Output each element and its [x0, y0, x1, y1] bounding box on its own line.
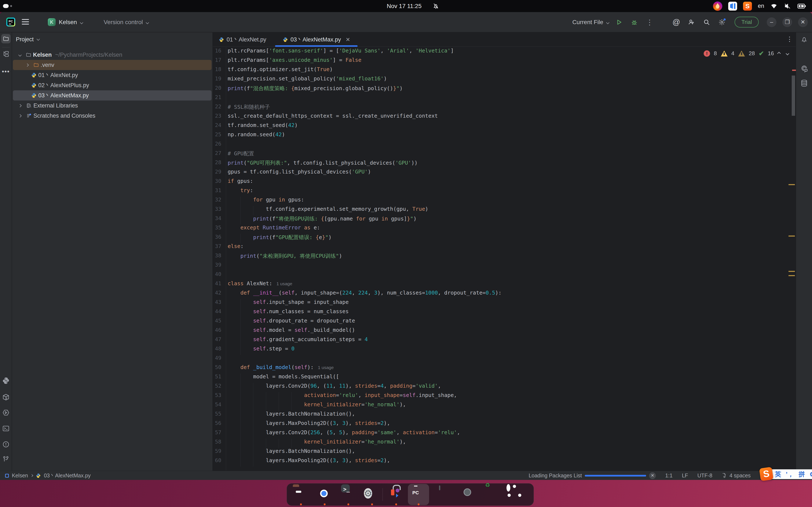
- settings-gear-icon[interactable]: [718, 18, 726, 26]
- editor-options-icon[interactable]: ⋮: [787, 35, 793, 43]
- dock-chrome-icon[interactable]: [316, 486, 333, 502]
- python-console-tool-button[interactable]: [2, 377, 10, 385]
- editor-code-area[interactable]: plt.rcParams['font.sans-serif'] = ['Deja…: [228, 48, 791, 466]
- dock-settings-icon[interactable]: ⚙: [364, 486, 380, 502]
- dock-terminal-icon[interactable]: >_: [340, 486, 356, 502]
- notifications-muted-icon[interactable]: [432, 3, 439, 9]
- code-line: [228, 355, 791, 364]
- project-panel-header[interactable]: Project: [16, 36, 39, 43]
- tree-row-file-01[interactable]: 01丶AlexNet.py: [13, 70, 212, 80]
- tab-close-icon[interactable]: ✕: [346, 37, 350, 43]
- workspace-pill-indicator[interactable]: [3, 4, 9, 8]
- debug-button[interactable]: [630, 18, 639, 26]
- problems-tool-button[interactable]: [2, 441, 10, 448]
- terminal-tool-button[interactable]: [2, 425, 10, 432]
- search-everywhere-icon[interactable]: [702, 18, 711, 26]
- ime-pinyin-mode[interactable]: 拼: [799, 470, 805, 478]
- pycharm-logo-icon[interactable]: PC: [6, 17, 15, 26]
- ime-english-mode[interactable]: 英: [775, 470, 781, 478]
- project-widget[interactable]: Kelsen: [59, 12, 82, 32]
- more-tool-windows-icon[interactable]: •••: [2, 68, 10, 75]
- tree-row-file-03-selected[interactable]: 03丶AlexNetMax.py: [13, 90, 212, 101]
- structure-tool-button[interactable]: [3, 51, 9, 57]
- warning-stripe-mark[interactable]: [789, 275, 795, 276]
- sogou-ime-toolbar: 英 ’， 拼 ⚙: [770, 469, 812, 479]
- warning-stripe-mark[interactable]: [789, 235, 795, 237]
- project-avatar[interactable]: K: [48, 18, 56, 26]
- database-tool-button[interactable]: [800, 79, 808, 87]
- tree-row-scratches[interactable]: Scratches and Consoles: [13, 111, 212, 121]
- run-configuration-selector[interactable]: Current File: [572, 12, 608, 32]
- tree-row-external-libraries[interactable]: External Libraries: [13, 101, 212, 111]
- git-tool-button[interactable]: [2, 455, 10, 463]
- sogou-tray-icon[interactable]: S: [743, 2, 752, 11]
- ai-assistant-tool-button[interactable]: [800, 64, 808, 72]
- dock-pycharm-icon[interactable]: PC: [410, 486, 426, 502]
- warning-stripe-mark[interactable]: [789, 271, 795, 272]
- code-line: tf.config.experimental.set_memory_growth…: [228, 206, 791, 215]
- vcs-widget[interactable]: Version control: [104, 12, 148, 32]
- cancel-task-icon[interactable]: ✕: [649, 472, 656, 479]
- dock-camera-icon[interactable]: [458, 486, 474, 502]
- run-button[interactable]: [615, 18, 623, 26]
- tab-01-alexnet[interactable]: 01丶AlexNet.py: [219, 33, 267, 47]
- code-line: layers.Conv2D(96, (11, 11), strides=4, p…: [228, 383, 791, 392]
- code-line: for gpu in gpus:: [228, 196, 791, 206]
- code-line: print("未检测到GPU, 将使用CPU训练"): [228, 252, 791, 262]
- code-line: tf.random.set_seed(42): [228, 122, 791, 131]
- libraries-icon: [26, 103, 32, 108]
- project-root-path: ~/PycharmProjects/Kelsen: [55, 52, 122, 58]
- flame-avatar-icon[interactable]: [713, 1, 722, 11]
- blue-app-tray-icon[interactable]: [728, 2, 737, 11]
- dock: >_ ⚙ PC ♻: [287, 483, 534, 506]
- ime-punctuation-mode[interactable]: ’，: [786, 470, 794, 478]
- maximize-button[interactable]: ❐: [782, 17, 792, 27]
- services-tool-button[interactable]: [2, 409, 10, 416]
- workspace-dot-indicator[interactable]: [10, 5, 12, 7]
- folder-icon: [26, 52, 31, 58]
- tab-03-alexnetmax-active[interactable]: 03丶AlexNetMax.py ✕: [283, 33, 350, 47]
- code-line: plt.rcParams['axes.unicode_minus'] = Fal…: [228, 57, 791, 66]
- code-line: ssl._create_default_https_context = ssl.…: [228, 113, 791, 122]
- wifi-icon[interactable]: [770, 3, 778, 9]
- editor-scrollbar[interactable]: [792, 75, 795, 116]
- title-bar-actions: Current File ⋮ @: [572, 12, 812, 32]
- tree-row-file-02[interactable]: 02丶AlexNetPlus.py: [13, 80, 212, 90]
- project-tool-button[interactable]: [1, 34, 11, 43]
- dock-phone-icon[interactable]: [435, 486, 451, 502]
- more-actions-icon[interactable]: ⋮: [645, 18, 654, 26]
- battery-charging-icon[interactable]: [797, 3, 806, 9]
- sogou-logo-icon[interactable]: S: [759, 467, 773, 481]
- close-button[interactable]: ✕: [798, 17, 808, 27]
- code-line: self.step = 0: [228, 346, 791, 355]
- breadcrumb-project[interactable]: Kelsen: [12, 472, 28, 478]
- caret-position-widget[interactable]: 1:1: [665, 472, 673, 478]
- code-line: layers.MaxPooling2D((3, 3), strides=2),: [228, 420, 791, 429]
- indent-widget[interactable]: 4 spaces: [722, 472, 751, 478]
- tree-row-venv[interactable]: .venv: [13, 60, 212, 70]
- code-line: [228, 94, 791, 104]
- dock-ubuntu-icon[interactable]: [505, 486, 521, 502]
- breadcrumb-file[interactable]: 03丶AlexNetMax.py: [44, 472, 91, 479]
- code-line: except RuntimeError as e:: [228, 225, 791, 234]
- dock-trash-icon[interactable]: ♻: [482, 486, 498, 502]
- notifications-bell-icon[interactable]: [801, 36, 808, 43]
- dock-appstore-icon[interactable]: [388, 486, 404, 502]
- minimize-button[interactable]: –: [767, 17, 776, 27]
- encoding-widget[interactable]: UTF-8: [697, 472, 712, 478]
- ime-settings-gear-icon[interactable]: ⚙: [809, 470, 812, 478]
- dock-files-icon[interactable]: [293, 486, 309, 502]
- line-separator-widget[interactable]: LF: [682, 472, 688, 478]
- tree-row-project-root[interactable]: Kelsen ~/PycharmProjects/Kelsen: [13, 50, 212, 60]
- volume-muted-icon[interactable]: [784, 3, 791, 9]
- code-line: print(f"将使用GPU训练: {[gpu.name for gpu in …: [228, 215, 791, 225]
- ai-assistant-icon[interactable]: @: [672, 18, 680, 26]
- keyboard-layout-indicator[interactable]: en: [758, 3, 764, 9]
- file-settings-icon: [722, 472, 726, 478]
- python-packages-tool-button[interactable]: [2, 393, 10, 401]
- code-with-me-icon[interactable]: [687, 18, 696, 26]
- system-clock[interactable]: Nov 17 11:25: [387, 0, 422, 12]
- main-menu-icon[interactable]: [22, 19, 29, 25]
- warning-stripe-mark[interactable]: [789, 184, 795, 185]
- trial-badge[interactable]: Trial: [735, 17, 759, 27]
